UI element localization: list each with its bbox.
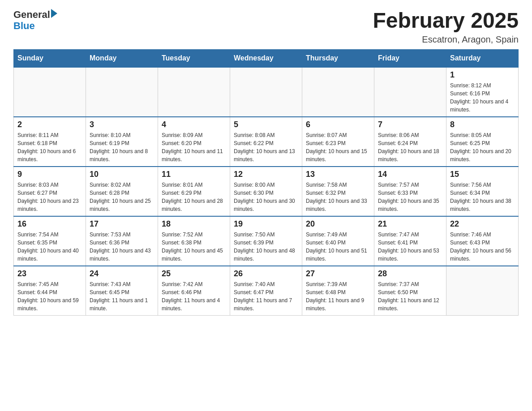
week-row-4: 16Sunrise: 7:54 AMSunset: 6:35 PMDayligh…: [14, 216, 519, 266]
calendar-table: SundayMondayTuesdayWednesdayThursdayFrid…: [13, 49, 519, 316]
day-cell: [446, 266, 519, 316]
day-cell: 13Sunrise: 7:58 AMSunset: 6:32 PMDayligh…: [302, 167, 374, 216]
day-cell: 2Sunrise: 8:11 AMSunset: 6:18 PMDaylight…: [14, 117, 86, 167]
day-cell: 27Sunrise: 7:39 AMSunset: 6:48 PMDayligh…: [302, 266, 374, 316]
day-number: 15: [450, 170, 515, 179]
column-header-friday: Friday: [374, 49, 446, 67]
logo-blue: Blue: [13, 21, 57, 31]
day-cell: [86, 67, 158, 117]
day-number: 8: [450, 120, 515, 129]
column-header-saturday: Saturday: [446, 49, 519, 67]
day-info: Sunrise: 8:02 AMSunset: 6:28 PMDaylight:…: [90, 181, 154, 213]
week-row-2: 2Sunrise: 8:11 AMSunset: 6:18 PMDaylight…: [14, 117, 519, 167]
page-header: General Blue February 2025 Escatron, Ara…: [13, 9, 519, 45]
day-info: Sunrise: 8:12 AMSunset: 6:16 PMDaylight:…: [450, 81, 515, 114]
week-row-3: 9Sunrise: 8:03 AMSunset: 6:27 PMDaylight…: [14, 167, 519, 216]
day-info: Sunrise: 7:37 AMSunset: 6:50 PMDaylight:…: [378, 280, 442, 313]
day-cell: [374, 67, 446, 117]
logo-arrow-icon: [51, 9, 57, 18]
day-number: 7: [378, 120, 442, 129]
day-cell: 15Sunrise: 7:56 AMSunset: 6:34 PMDayligh…: [446, 167, 519, 216]
day-cell: 26Sunrise: 7:40 AMSunset: 6:47 PMDayligh…: [230, 266, 302, 316]
day-number: 25: [162, 269, 226, 278]
day-cell: 7Sunrise: 8:06 AMSunset: 6:24 PMDaylight…: [374, 117, 446, 167]
day-info: Sunrise: 7:58 AMSunset: 6:32 PMDaylight:…: [306, 181, 370, 213]
column-header-thursday: Thursday: [302, 49, 374, 67]
calendar-header-row: SundayMondayTuesdayWednesdayThursdayFrid…: [14, 49, 519, 67]
day-cell: 22Sunrise: 7:46 AMSunset: 6:43 PMDayligh…: [446, 216, 519, 266]
day-cell: 1Sunrise: 8:12 AMSunset: 6:16 PMDaylight…: [446, 67, 519, 117]
day-number: 1: [450, 70, 515, 80]
day-info: Sunrise: 7:49 AMSunset: 6:40 PMDaylight:…: [306, 231, 370, 263]
day-info: Sunrise: 8:11 AMSunset: 6:18 PMDaylight:…: [17, 131, 82, 163]
day-number: 4: [162, 120, 226, 129]
column-header-tuesday: Tuesday: [158, 49, 230, 67]
day-info: Sunrise: 8:10 AMSunset: 6:19 PMDaylight:…: [90, 131, 154, 163]
day-number: 16: [17, 219, 82, 229]
day-info: Sunrise: 8:07 AMSunset: 6:23 PMDaylight:…: [306, 131, 370, 163]
logo-general: General: [13, 9, 50, 20]
day-cell: 23Sunrise: 7:45 AMSunset: 6:44 PMDayligh…: [14, 266, 86, 316]
day-cell: 14Sunrise: 7:57 AMSunset: 6:33 PMDayligh…: [374, 167, 446, 216]
day-number: 11: [162, 170, 226, 179]
day-number: 6: [306, 120, 370, 129]
day-number: 18: [162, 219, 226, 229]
day-info: Sunrise: 8:00 AMSunset: 6:30 PMDaylight:…: [234, 181, 298, 213]
day-number: 9: [17, 170, 82, 179]
day-number: 17: [90, 219, 154, 229]
day-number: 28: [378, 269, 442, 278]
day-info: Sunrise: 8:06 AMSunset: 6:24 PMDaylight:…: [378, 131, 442, 163]
day-number: 3: [90, 120, 154, 129]
logo: General Blue: [13, 9, 57, 31]
day-info: Sunrise: 8:01 AMSunset: 6:29 PMDaylight:…: [162, 181, 226, 213]
day-cell: 16Sunrise: 7:54 AMSunset: 6:35 PMDayligh…: [14, 216, 86, 266]
day-info: Sunrise: 7:45 AMSunset: 6:44 PMDaylight:…: [17, 280, 82, 313]
day-cell: 3Sunrise: 8:10 AMSunset: 6:19 PMDaylight…: [86, 117, 158, 167]
week-row-1: 1Sunrise: 8:12 AMSunset: 6:16 PMDaylight…: [14, 67, 519, 117]
day-cell: 20Sunrise: 7:49 AMSunset: 6:40 PMDayligh…: [302, 216, 374, 266]
day-cell: 24Sunrise: 7:43 AMSunset: 6:45 PMDayligh…: [86, 266, 158, 316]
location: Escatron, Aragon, Spain: [373, 34, 519, 45]
day-info: Sunrise: 7:39 AMSunset: 6:48 PMDaylight:…: [306, 280, 370, 313]
day-cell: [158, 67, 230, 117]
day-info: Sunrise: 8:09 AMSunset: 6:20 PMDaylight:…: [162, 131, 226, 163]
day-info: Sunrise: 7:57 AMSunset: 6:33 PMDaylight:…: [378, 181, 442, 213]
day-cell: 19Sunrise: 7:50 AMSunset: 6:39 PMDayligh…: [230, 216, 302, 266]
day-cell: 8Sunrise: 8:05 AMSunset: 6:25 PMDaylight…: [446, 117, 519, 167]
day-cell: 10Sunrise: 8:02 AMSunset: 6:28 PMDayligh…: [86, 167, 158, 216]
day-number: 13: [306, 170, 370, 179]
day-cell: 5Sunrise: 8:08 AMSunset: 6:22 PMDaylight…: [230, 117, 302, 167]
column-header-sunday: Sunday: [14, 49, 86, 67]
day-number: 20: [306, 219, 370, 229]
day-info: Sunrise: 7:50 AMSunset: 6:39 PMDaylight:…: [234, 231, 298, 263]
title-section: February 2025 Escatron, Aragon, Spain: [373, 9, 519, 45]
day-number: 19: [234, 219, 298, 229]
day-info: Sunrise: 7:42 AMSunset: 6:46 PMDaylight:…: [162, 280, 226, 313]
day-number: 27: [306, 269, 370, 278]
day-cell: 18Sunrise: 7:52 AMSunset: 6:38 PMDayligh…: [158, 216, 230, 266]
week-row-5: 23Sunrise: 7:45 AMSunset: 6:44 PMDayligh…: [14, 266, 519, 316]
day-info: Sunrise: 7:53 AMSunset: 6:36 PMDaylight:…: [90, 231, 154, 263]
day-info: Sunrise: 8:05 AMSunset: 6:25 PMDaylight:…: [450, 131, 515, 163]
day-number: 22: [450, 219, 515, 229]
day-info: Sunrise: 7:54 AMSunset: 6:35 PMDaylight:…: [17, 231, 82, 263]
day-cell: 9Sunrise: 8:03 AMSunset: 6:27 PMDaylight…: [14, 167, 86, 216]
day-cell: 28Sunrise: 7:37 AMSunset: 6:50 PMDayligh…: [374, 266, 446, 316]
day-info: Sunrise: 8:08 AMSunset: 6:22 PMDaylight:…: [234, 131, 298, 163]
day-info: Sunrise: 7:56 AMSunset: 6:34 PMDaylight:…: [450, 181, 515, 213]
day-info: Sunrise: 8:03 AMSunset: 6:27 PMDaylight:…: [17, 181, 82, 213]
day-number: 12: [234, 170, 298, 179]
day-cell: [14, 67, 86, 117]
day-number: 26: [234, 269, 298, 278]
column-header-wednesday: Wednesday: [230, 49, 302, 67]
day-cell: [302, 67, 374, 117]
day-cell: 6Sunrise: 8:07 AMSunset: 6:23 PMDaylight…: [302, 117, 374, 167]
column-header-monday: Monday: [86, 49, 158, 67]
month-title: February 2025: [373, 9, 519, 33]
day-info: Sunrise: 7:40 AMSunset: 6:47 PMDaylight:…: [234, 280, 298, 313]
day-info: Sunrise: 7:43 AMSunset: 6:45 PMDaylight:…: [90, 280, 154, 313]
day-number: 2: [17, 120, 82, 129]
day-info: Sunrise: 7:52 AMSunset: 6:38 PMDaylight:…: [162, 231, 226, 263]
day-cell: [230, 67, 302, 117]
day-cell: 17Sunrise: 7:53 AMSunset: 6:36 PMDayligh…: [86, 216, 158, 266]
